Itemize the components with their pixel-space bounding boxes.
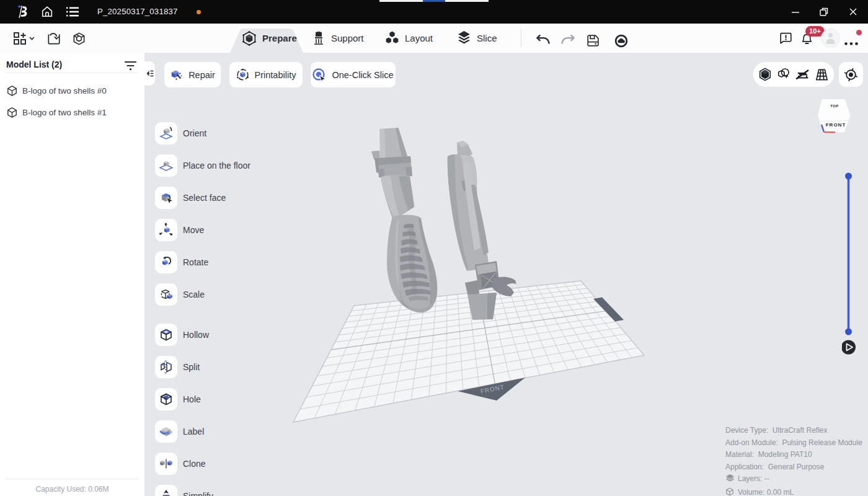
svg-text:TOP: TOP xyxy=(830,104,839,108)
svg-text:AB: AB xyxy=(168,430,173,434)
svg-text:FRONT: FRONT xyxy=(826,122,846,128)
